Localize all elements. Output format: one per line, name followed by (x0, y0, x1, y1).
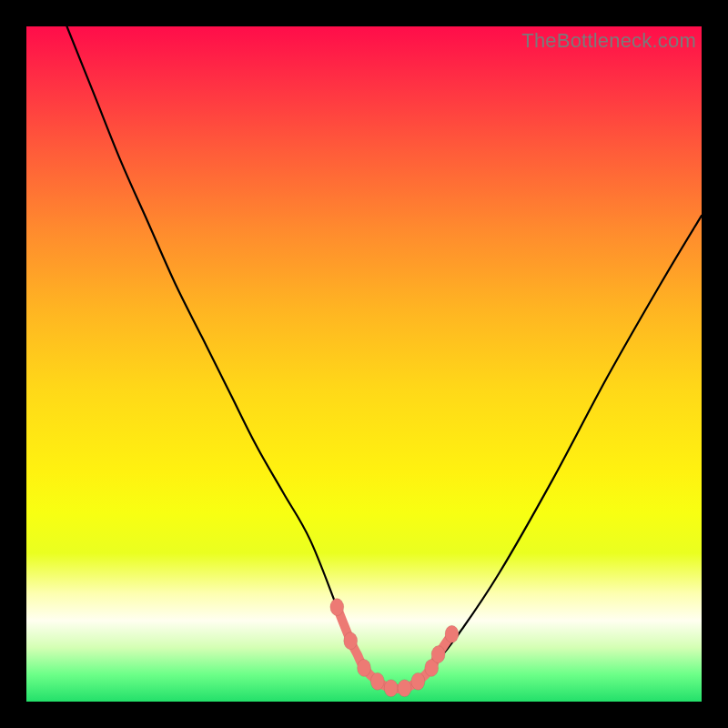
marker-dot (330, 599, 344, 616)
optimal-range-markers (330, 599, 459, 697)
marker-dot (398, 680, 411, 697)
watermark-text: TheBottleneck.com (521, 29, 696, 53)
bottleneck-curve (67, 26, 703, 689)
marker-dot (358, 659, 371, 676)
marker-dot (344, 632, 358, 650)
chart-frame: TheBottleneck.com (0, 0, 728, 728)
marker-dot (370, 672, 384, 690)
marker-dot (445, 625, 459, 642)
marker-dot (384, 680, 398, 697)
marker-dot (411, 672, 425, 690)
chart-plot-area: TheBottleneck.com (26, 26, 702, 702)
curve-svg (26, 26, 702, 702)
marker-dot (431, 646, 445, 663)
